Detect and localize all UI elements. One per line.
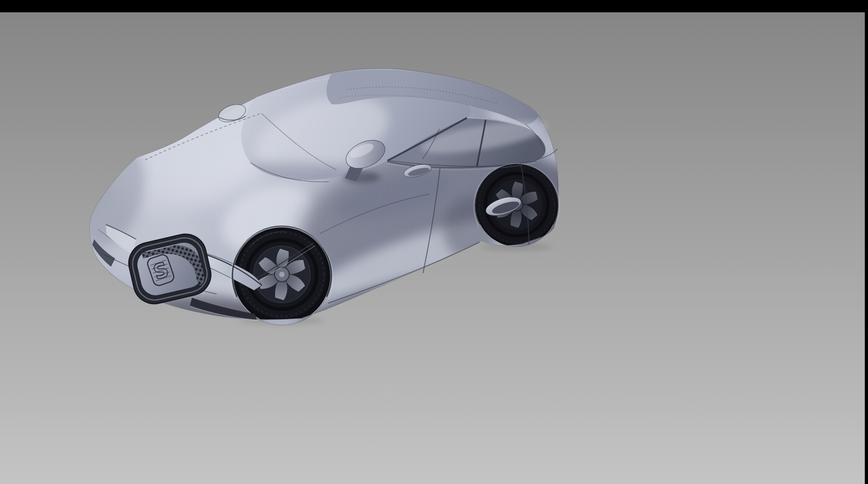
car-model[interactable]: S: [68, 55, 594, 344]
viewport-3d[interactable]: S: [0, 0, 868, 484]
app-window: S: [0, 0, 868, 484]
letterbox-top-bar: [0, 0, 868, 12]
letterbox-right-bar: [865, 0, 868, 484]
viewport-3d-canvas[interactable]: S: [0, 0, 868, 484]
